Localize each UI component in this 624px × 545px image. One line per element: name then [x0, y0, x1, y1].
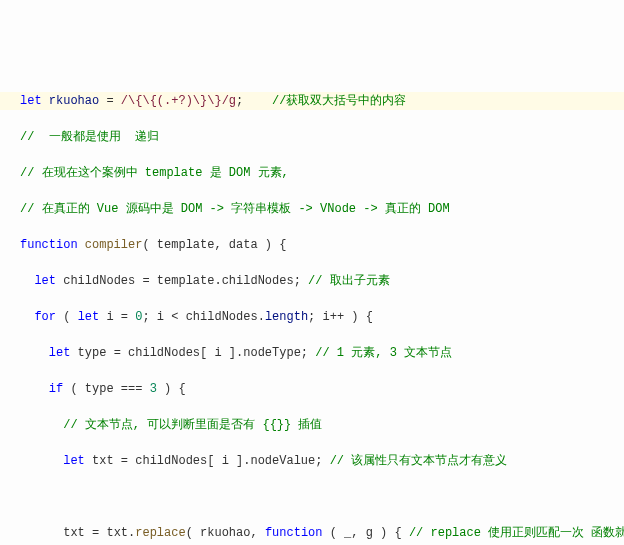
code-line: // 在真正的 Vue 源码中是 DOM -> 字符串模板 -> VNode -… — [0, 200, 624, 218]
code-line: // 在现在这个案例中 template 是 DOM 元素, — [0, 164, 624, 182]
code-line: let rkuohao = /\{\{(.+?)\}\}/g; //获取双大括号… — [0, 92, 624, 110]
code-line: for ( let i = 0; i < childNodes.length; … — [0, 308, 624, 326]
code-line: if ( type === 3 ) { — [0, 380, 624, 398]
code-line: let childNodes = template.childNodes; //… — [0, 272, 624, 290]
code-line — [0, 488, 624, 506]
code-editor[interactable]: let rkuohao = /\{\{(.+?)\}\}/g; //获取双大括号… — [0, 72, 624, 545]
code-line: let txt = childNodes[ i ].nodeValue; // … — [0, 452, 624, 470]
code-line: txt = txt.replace( rkuohao, function ( _… — [0, 524, 624, 542]
code-line: // 一般都是使用 递归 — [0, 128, 624, 146]
code-line: function compiler( template, data ) { — [0, 236, 624, 254]
code-line: // 文本节点, 可以判断里面是否有 {{}} 插值 — [0, 416, 624, 434]
code-line: let type = childNodes[ i ].nodeType; // … — [0, 344, 624, 362]
